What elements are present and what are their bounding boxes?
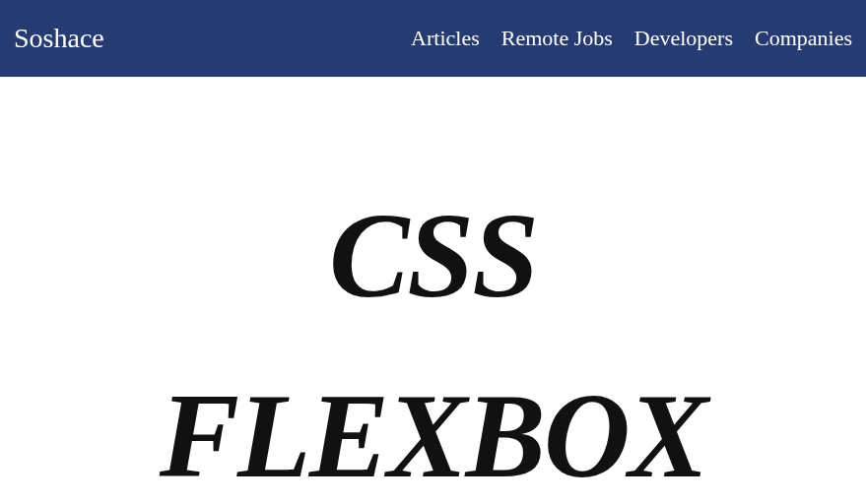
nav-articles[interactable]: Articles	[411, 26, 480, 51]
nav-developers[interactable]: Developers	[634, 26, 733, 51]
main-content: CSS FLEXBOX	[0, 77, 866, 504]
main-nav: Articles Remote Jobs Developers Companie…	[411, 26, 852, 51]
nav-companies[interactable]: Companies	[755, 26, 852, 51]
hero-title-line1: CSS	[329, 165, 537, 346]
logo[interactable]: Soshace	[14, 23, 104, 54]
hero-title-line2: FLEXBOX	[160, 346, 707, 504]
nav-remote-jobs[interactable]: Remote Jobs	[501, 26, 613, 51]
header: Soshace Articles Remote Jobs Developers …	[0, 0, 866, 77]
